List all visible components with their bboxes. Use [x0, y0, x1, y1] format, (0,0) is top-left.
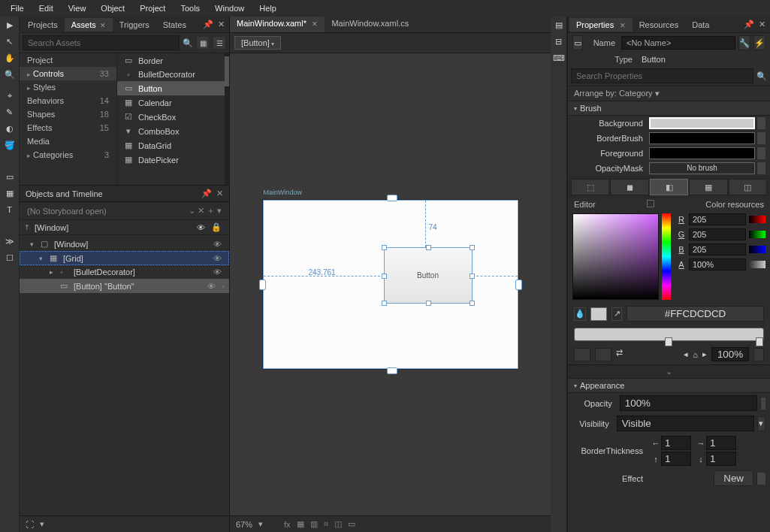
thickness-bottom[interactable] — [706, 452, 736, 466]
category-categories[interactable]: ▸ Categories3 — [20, 148, 116, 162]
control-button[interactable]: ▭Button — [117, 81, 229, 95]
category-media[interactable]: Media — [20, 135, 116, 148]
eye-icon[interactable]: 👁 — [213, 240, 222, 249]
next-stop-icon[interactable]: ▸ — [702, 349, 707, 359]
pin-icon[interactable]: 📌 — [203, 20, 213, 29]
brushtype-tile-icon[interactable]: ▦ — [689, 179, 727, 195]
lock-icon[interactable]: 🔒 — [211, 222, 222, 232]
control-combobox[interactable]: ▾ComboBox — [117, 124, 229, 138]
brush-foreground-swatch[interactable] — [649, 147, 755, 159]
section-appearance[interactable]: Appearance — [568, 378, 770, 393]
advanced-icon[interactable] — [756, 132, 765, 144]
tab-cs[interactable]: MainWindow.xaml.cs — [325, 17, 415, 32]
pin-icon[interactable]: 📌 — [744, 20, 754, 29]
eye-icon[interactable]: 👁 — [207, 282, 216, 291]
thickness-right[interactable] — [706, 436, 736, 450]
brushtype-solid-icon[interactable]: ◼ — [610, 179, 648, 195]
close-icon[interactable]: ✕ — [218, 20, 225, 29]
close-icon[interactable]: ✕ — [216, 189, 223, 198]
tab-xaml[interactable]: MainWindow.xaml* ✕ — [230, 17, 325, 32]
tab-data[interactable]: Data — [685, 18, 716, 32]
tree-grid[interactable]: ▾▦[Grid]👁 — [20, 251, 229, 265]
category-project[interactable]: Project — [20, 53, 116, 67]
grid-view-icon[interactable]: ▦ — [196, 36, 210, 50]
color-resources-label[interactable]: Color resources — [705, 200, 764, 209]
brush-borderbrush-swatch[interactable] — [649, 132, 755, 144]
arrange-by[interactable]: Arrange by: Category ▾ — [568, 86, 770, 101]
close-icon[interactable]: ✕ — [759, 20, 765, 29]
wrench-icon[interactable]: 🔧 — [738, 35, 750, 50]
control-datepicker[interactable]: ▦DatePicker — [117, 153, 229, 167]
control-bulletdecorator[interactable]: ◦BulletDecorator — [117, 68, 229, 81]
control-datagrid[interactable]: ▦DataGrid — [117, 138, 229, 153]
pan-tool-icon[interactable]: ✋ — [0, 50, 19, 66]
text-tool-icon[interactable]: T — [0, 201, 19, 218]
options-icon[interactable]: ⛶ — [26, 520, 34, 529]
swap-icon[interactable]: ↗ — [611, 307, 622, 321]
name-field[interactable] — [621, 36, 735, 50]
hue-slider[interactable] — [662, 213, 671, 300]
split-view-icon[interactable]: ⊟ — [551, 33, 566, 50]
zoom-tool-icon[interactable]: 🔍 — [0, 66, 19, 83]
menu-view[interactable]: View — [61, 2, 94, 14]
section-brush[interactable]: Brush — [568, 101, 770, 116]
chevron-down-icon[interactable]: ▾ — [258, 519, 263, 529]
advanced-icon[interactable] — [756, 473, 765, 485]
eye-icon[interactable]: 👁 — [213, 268, 222, 277]
search-icon[interactable]: 🔍 — [756, 71, 767, 81]
selection-tool-icon[interactable]: ▶ — [0, 17, 19, 33]
tab-properties[interactable]: Properties ✕ — [569, 18, 633, 32]
button-tool-icon[interactable]: ☐ — [0, 249, 19, 266]
add-icon[interactable]: ＋ — [207, 206, 215, 215]
brushtype-none-icon[interactable]: ⬚ — [571, 179, 609, 195]
close-icon[interactable]: ✕ — [618, 22, 626, 29]
close-icon[interactable]: ✕ — [310, 20, 319, 28]
direct-select-tool-icon[interactable]: ↖ — [0, 33, 19, 50]
fx-icon[interactable]: fx — [284, 520, 291, 529]
editor-chip-icon[interactable] — [647, 200, 654, 207]
advanced-icon[interactable] — [756, 147, 765, 159]
eye-icon[interactable]: 👁 — [213, 254, 222, 263]
advanced-icon[interactable] — [753, 348, 764, 361]
pin-icon[interactable]: 📌 — [201, 189, 212, 198]
eye-icon[interactable]: 👁 — [197, 223, 205, 232]
expand-section-icon[interactable]: ⌄ — [568, 364, 770, 378]
lock-icon[interactable]: ◦ — [222, 282, 225, 291]
category-shapes[interactable]: Shapes18 — [20, 107, 116, 121]
tab-assets[interactable]: Assets✕ — [65, 18, 113, 32]
hex-input[interactable] — [627, 306, 764, 322]
paint-bucket-icon[interactable]: 🪣 — [0, 137, 19, 153]
close-icon[interactable]: ✕ — [100, 22, 106, 29]
eyedropper-icon[interactable]: 💧 — [574, 307, 586, 321]
search-properties-input[interactable] — [571, 68, 753, 83]
menu-icon[interactable]: ▾ — [217, 206, 222, 215]
expand-up-icon[interactable]: ⤒ — [24, 224, 32, 231]
camera-tool-icon[interactable]: ⌖ — [0, 87, 19, 104]
category-styles[interactable]: ▸ Styles — [20, 80, 116, 94]
list-view-icon[interactable]: ☰ — [213, 36, 226, 50]
root-scope[interactable]: [Window] — [35, 223, 68, 232]
asset-tool-icon[interactable]: ≫ — [0, 233, 19, 249]
control-border[interactable]: ▭Border — [117, 53, 229, 68]
advanced-icon[interactable] — [760, 397, 765, 410]
g-input[interactable]: 205 — [689, 228, 746, 240]
visibility-select[interactable] — [617, 416, 754, 431]
control-calendar[interactable]: ▦Calendar — [117, 95, 229, 110]
search-icon[interactable]: 🔍 — [183, 38, 193, 48]
b-input[interactable]: 205 — [689, 243, 746, 255]
close-icon[interactable]: ✕ — [198, 206, 204, 215]
r-input[interactable]: 205 — [689, 213, 746, 225]
gradient-tool-icon[interactable]: ◐ — [0, 120, 19, 137]
code-view-icon[interactable]: ⌨ — [551, 50, 566, 66]
chevron-down-icon[interactable]: ⌄ — [189, 206, 195, 215]
prev-stop-icon[interactable]: ◂ — [684, 349, 688, 359]
color-field[interactable] — [572, 213, 659, 300]
a-input[interactable]: 100% — [689, 258, 746, 271]
menu-file[interactable]: File — [3, 2, 32, 14]
menu-help[interactable]: Help — [252, 2, 284, 14]
stop-offset-input[interactable] — [711, 347, 749, 361]
chevron-down-icon[interactable]: ▾ — [757, 416, 765, 431]
tab-projects[interactable]: Projects — [21, 18, 65, 32]
category-controls[interactable]: ▸ Controls33 — [20, 67, 116, 80]
category-effects[interactable]: Effects15 — [20, 121, 116, 135]
